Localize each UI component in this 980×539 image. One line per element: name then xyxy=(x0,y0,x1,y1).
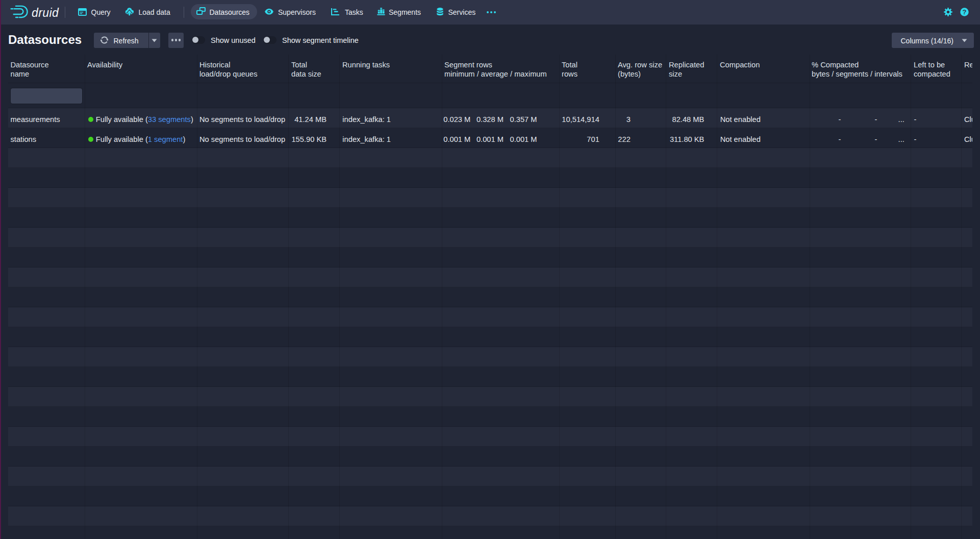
svg-text:?: ? xyxy=(963,8,967,16)
